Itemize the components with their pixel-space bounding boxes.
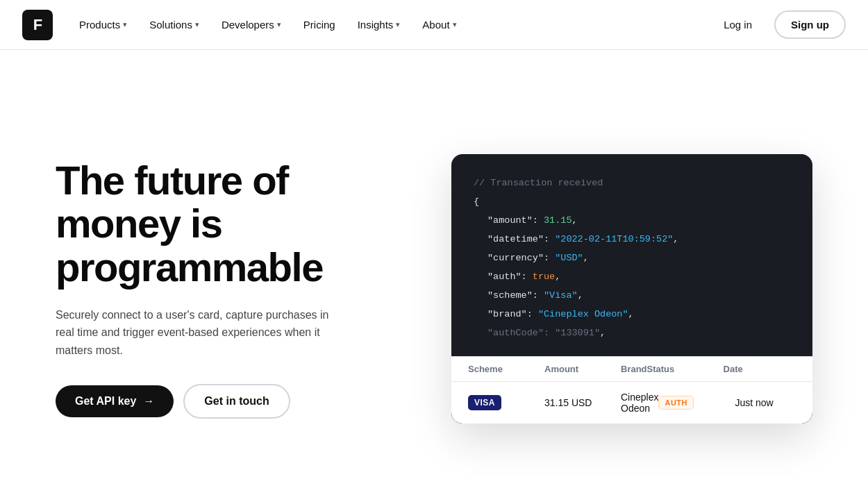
visa-badge: VISA: [468, 395, 501, 410]
table-header: Scheme Amount Brand Status Date: [451, 356, 812, 382]
nav-label-about: About: [422, 19, 449, 31]
code-key-currency: "currency":: [487, 253, 555, 263]
nav-label-insights: Insights: [358, 19, 394, 31]
nav-label-pricing: Pricing: [303, 19, 335, 31]
cell-amount: 31.15 USD: [544, 397, 621, 408]
nav-item-insights[interactable]: Insights ▾: [348, 13, 410, 36]
nav-label-products: Products: [79, 19, 120, 31]
table-row: VISA 31.15 USD Cineplex Odeon AUTH Just …: [451, 382, 812, 424]
nav-items: Products ▾ Solutions ▾ Developers ▾ Pric…: [69, 13, 704, 36]
get-api-key-button[interactable]: Get API key →: [56, 385, 174, 417]
code-key-amount: "amount":: [487, 215, 544, 226]
nav-item-pricing[interactable]: Pricing: [294, 13, 345, 36]
login-button[interactable]: Log in: [710, 13, 766, 36]
col-status: Status: [647, 364, 724, 374]
chevron-down-icon: ▾: [453, 20, 457, 29]
cta-secondary-label: Get in touch: [204, 395, 269, 408]
hero-right: // Transaction received { "amount": 31.1…: [451, 154, 812, 424]
code-card: // Transaction received { "amount": 31.1…: [451, 154, 812, 424]
chevron-down-icon: ▾: [396, 20, 400, 29]
get-in-touch-button[interactable]: Get in touch: [183, 384, 290, 419]
nav-right: Log in Sign up: [710, 10, 846, 39]
col-scheme: Scheme: [468, 364, 544, 374]
hero-section: The future of money is programmable Secu…: [0, 50, 868, 486]
nav-item-solutions[interactable]: Solutions ▾: [140, 13, 209, 36]
cta-primary-label: Get API key: [75, 395, 136, 408]
navbar: F Products ▾ Solutions ▾ Developers ▾ Pr…: [0, 0, 868, 50]
nav-item-developers[interactable]: Developers ▾: [212, 13, 291, 36]
chevron-down-icon: ▾: [195, 20, 199, 29]
hero-buttons: Get API key → Get in touch: [56, 384, 410, 419]
nav-label-solutions: Solutions: [149, 19, 192, 31]
code-val-amount: 31.15: [544, 215, 572, 226]
code-val-currency: "USD": [555, 253, 583, 263]
hero-left: The future of money is programmable Secu…: [56, 159, 410, 419]
code-block: // Transaction received { "amount": 31.1…: [451, 154, 812, 356]
nav-label-developers: Developers: [222, 19, 274, 31]
hero-title: The future of money is programmable: [56, 159, 410, 290]
code-val-datetime: "2022-02-11T10:59:52": [555, 234, 673, 244]
cell-status: AUTH: [658, 396, 735, 410]
code-key-scheme: "scheme":: [487, 290, 544, 301]
arrow-icon: →: [143, 395, 154, 408]
code-key-datetime: "datetime":: [487, 234, 555, 244]
chevron-down-icon: ▾: [123, 20, 127, 29]
chevron-down-icon: ▾: [277, 20, 281, 29]
code-key-brand: "brand":: [487, 309, 538, 319]
code-val-brand: "Cineplex Odeon": [538, 309, 628, 319]
code-val-scheme: "Visa": [544, 290, 578, 301]
code-val-auth: true: [533, 271, 555, 282]
code-brace-open: {: [474, 196, 479, 207]
code-key-auth: "auth":: [487, 271, 533, 282]
cell-scheme: VISA: [468, 395, 544, 410]
hero-subtitle: Securely connect to a user's card, captu…: [56, 306, 347, 360]
logo-icon: F: [33, 16, 42, 34]
nav-item-about[interactable]: About ▾: [412, 13, 466, 36]
col-amount: Amount: [544, 364, 621, 374]
brand-value: Cineplex Odeon: [621, 392, 658, 414]
cell-date: Just now: [735, 397, 811, 408]
cell-brand: Cineplex Odeon: [621, 392, 658, 414]
nav-item-products[interactable]: Products ▾: [69, 13, 137, 36]
auth-badge: AUTH: [658, 396, 694, 410]
logo[interactable]: F: [22, 10, 53, 40]
col-date: Date: [724, 364, 800, 374]
code-key-authcode: "authCode": "133091": [487, 328, 600, 338]
col-brand: Brand: [621, 364, 647, 374]
code-comment: // Transaction received: [474, 178, 603, 188]
date-value: Just now: [735, 397, 773, 408]
amount-value: 31.15 USD: [544, 397, 592, 408]
table-section: Scheme Amount Brand Status Date VISA 31.…: [451, 356, 812, 424]
signup-button[interactable]: Sign up: [774, 10, 846, 39]
